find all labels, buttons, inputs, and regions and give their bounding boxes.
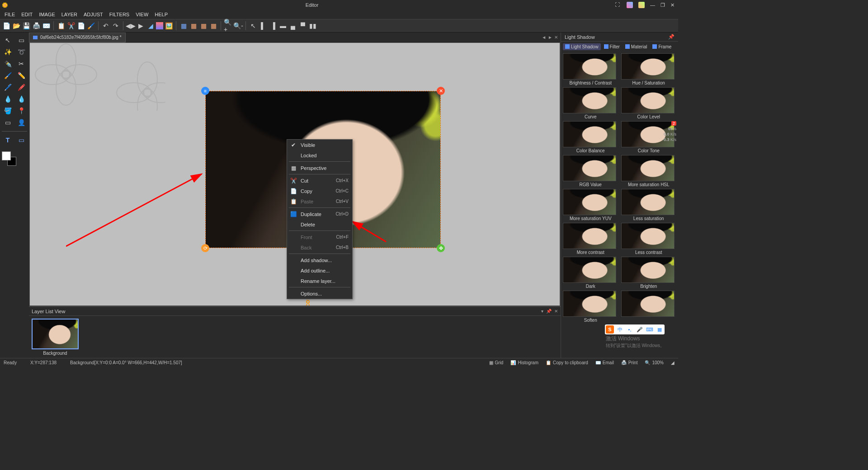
grid2-icon[interactable]: ▦ <box>189 21 198 30</box>
panel-dropdown-icon[interactable]: ▾ <box>541 309 543 314</box>
skew-icon[interactable]: ◢ <box>146 21 155 30</box>
open-file-icon[interactable]: 📂 <box>12 21 21 30</box>
thumbnail-icon[interactable]: 🖼️ <box>164 21 173 30</box>
ime-voice-icon[interactable]: 🎤 <box>636 325 644 334</box>
effect-item[interactable]: Hue / Saturation <box>621 53 677 85</box>
brush-settings-icon[interactable]: 🖌️ <box>86 21 95 30</box>
undo-icon[interactable]: ↶ <box>101 21 110 30</box>
text-tool[interactable]: T <box>2 135 14 145</box>
document-tab[interactable]: 0af6eb24c5182e7f405855fc5fcf80b.jpg * <box>29 33 126 42</box>
status-grid[interactable]: ▦ Grid <box>489 360 504 365</box>
tab-prev-icon[interactable]: ◄ <box>542 35 546 40</box>
ime-logo-icon[interactable]: S <box>606 325 614 334</box>
effect-item[interactable]: RGB Value <box>563 155 618 187</box>
grid-icon[interactable]: ▦ <box>179 21 188 30</box>
cm-perspective[interactable]: ▦Perspective <box>287 163 352 173</box>
cm-duplicate[interactable]: 🟦DuplicateCtrl+D <box>287 209 352 219</box>
effect-item[interactable]: Color Level <box>621 87 677 119</box>
align4-icon[interactable]: ▄ <box>288 21 297 30</box>
tray-icon-1[interactable] <box>627 2 633 8</box>
smudge-tool[interactable]: 🖍️ <box>15 82 27 92</box>
fullscreen-icon[interactable]: ⛶ <box>615 2 621 8</box>
effect-item[interactable]: More saturation HSL <box>621 155 677 187</box>
cut-icon[interactable]: ✂️ <box>66 21 75 30</box>
align3-icon[interactable]: ▬ <box>278 21 288 30</box>
pen-tool[interactable]: ✒️ <box>2 59 14 69</box>
effect-item[interactable]: Curve <box>563 87 618 119</box>
paste-icon[interactable]: 📄 <box>76 21 85 30</box>
cm-front[interactable]: FrontCtrl+F <box>287 232 352 242</box>
copy-icon[interactable]: 📋 <box>57 21 66 30</box>
cm-add-outline[interactable]: Add outline... <box>287 265 352 276</box>
menu-file[interactable]: FILE <box>5 12 15 17</box>
cm-cut[interactable]: ✂️CutCtrl+X <box>287 175 352 186</box>
effect-item[interactable] <box>621 291 677 323</box>
eyedropper-tool[interactable]: 💧 <box>2 94 14 104</box>
tab-frame[interactable]: Frame <box>650 43 674 50</box>
menu-layer[interactable]: LAYER <box>61 12 77 17</box>
tab-material[interactable]: Material <box>623 43 650 50</box>
menu-filters[interactable]: FILTERS <box>109 12 129 17</box>
status-print[interactable]: 🖨️ Print <box>621 360 638 365</box>
ime-grid-icon[interactable]: ▦ <box>656 325 664 334</box>
head-tool[interactable]: 👤 <box>15 118 27 127</box>
stamp-tool[interactable]: 📍 <box>15 106 27 116</box>
wand-tool[interactable]: ✨ <box>2 47 14 57</box>
ime-lang[interactable]: 中 <box>616 325 624 334</box>
foreground-color[interactable] <box>2 151 11 160</box>
pencil-tool[interactable]: ✏️ <box>15 70 27 80</box>
cm-add-shadow[interactable]: Add shadow... <box>287 255 352 265</box>
cm-paste[interactable]: 📋PasteCtrl+V <box>287 196 352 207</box>
layer-move-handle[interactable]: ✥ <box>437 244 445 252</box>
panel-close-icon[interactable]: ✕ <box>554 309 558 314</box>
move-tool[interactable]: ↖ <box>2 35 14 45</box>
cm-locked[interactable]: Locked <box>287 150 352 160</box>
minimize-button[interactable]: — <box>650 2 655 8</box>
status-clipboard[interactable]: 📋 Copy to clipboard <box>546 360 588 365</box>
new-file-icon[interactable]: 📄 <box>2 21 11 30</box>
print-icon[interactable]: 🖨️ <box>32 21 41 30</box>
effect-item[interactable]: Less saturation <box>621 189 677 221</box>
gradient-tool[interactable]: ▭ <box>2 118 14 127</box>
effect-item[interactable]: Brightness / Contrast <box>563 53 618 85</box>
cm-rename[interactable]: Rename layer... <box>287 276 352 286</box>
menu-view[interactable]: VIEW <box>136 12 148 17</box>
zoom-out-icon[interactable]: 🔍- <box>234 21 243 30</box>
menu-adjust[interactable]: ADJUST <box>84 12 103 17</box>
ime-punct-icon[interactable]: •, <box>626 325 634 334</box>
status-zoom[interactable]: 🔍 100% <box>645 360 664 365</box>
redo-icon[interactable]: ↷ <box>111 21 120 30</box>
menu-image[interactable]: IMAGE <box>39 12 55 17</box>
grid4-icon[interactable]: ▦ <box>209 21 218 30</box>
align1-icon[interactable]: ▌ <box>259 21 268 30</box>
status-histogram[interactable]: 📊 Histogram <box>510 360 538 365</box>
effect-item[interactable]: More saturation YUV <box>563 189 618 221</box>
play-icon[interactable]: ▶ <box>136 21 145 30</box>
gradient-icon[interactable] <box>156 22 163 29</box>
status-email[interactable]: ✉️ Email <box>595 360 614 365</box>
cm-visible[interactable]: ✔Visible <box>287 140 352 150</box>
effect-item[interactable]: Brighten <box>621 257 677 289</box>
tray-icon-2[interactable] <box>638 2 645 8</box>
effect-item[interactable]: Soften <box>563 291 618 323</box>
zoom-in-icon[interactable]: 🔍+ <box>224 21 233 30</box>
cm-copy[interactable]: 📄CopyCtrl+C <box>287 186 352 196</box>
maximize-button[interactable]: ❐ <box>660 2 665 8</box>
cm-delete[interactable]: Delete <box>287 219 352 230</box>
effect-item[interactable]: Color Balance <box>563 121 618 153</box>
menu-edit[interactable]: EDIT <box>21 12 33 17</box>
tab-next-icon[interactable]: ► <box>548 35 552 40</box>
effect-item[interactable]: Less contrast <box>621 223 677 255</box>
panel-pin-icon[interactable]: 📌 <box>546 309 552 314</box>
effect-item[interactable]: More contrast <box>563 223 618 255</box>
eraser-tool[interactable]: 🖊️ <box>2 82 14 92</box>
tab-filter[interactable]: Filter <box>602 43 622 50</box>
cm-back[interactable]: BackCtrl+B <box>287 242 352 253</box>
chart-icon[interactable]: ▮▮ <box>308 21 317 30</box>
marquee-tool[interactable]: ▭ <box>15 35 27 45</box>
layer-item-background[interactable]: Background <box>32 319 79 356</box>
menu-help[interactable]: HELP <box>155 12 168 17</box>
shape-tool[interactable]: ▭ <box>15 135 27 145</box>
ime-keyboard-icon[interactable]: ⌨ <box>646 325 654 334</box>
cm-options[interactable]: Options... <box>287 288 352 299</box>
